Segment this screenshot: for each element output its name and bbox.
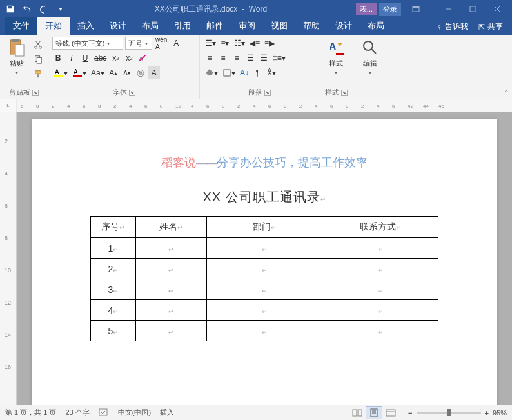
undo-icon[interactable] <box>22 4 32 14</box>
table-cell[interactable]: ↩ <box>322 238 438 259</box>
redo-icon[interactable] <box>39 4 49 14</box>
table-header-cell[interactable]: 联系方式↩ <box>322 217 438 238</box>
page[interactable]: 稻客说——分享办公技巧，提高工作效率 XX 公司职工通讯录↩ 序号↩姓名↩部门↩… <box>32 119 497 405</box>
decrease-indent-icon[interactable]: ◀≡ <box>248 37 261 50</box>
char-shading-icon[interactable]: A <box>148 66 160 79</box>
ribbon-options-icon[interactable] <box>404 1 428 17</box>
align-center-icon[interactable]: ≡ <box>217 52 229 65</box>
ruler-vertical[interactable]: 246810121416 <box>0 112 17 405</box>
clear-format-icon[interactable]: A <box>137 52 148 65</box>
superscript-icon[interactable]: x2 <box>123 52 135 65</box>
align-right-icon[interactable]: ≡ <box>231 52 242 65</box>
table-row[interactable]: 3↩↩↩↩ <box>91 279 438 300</box>
table-cell[interactable]: ↩ <box>206 238 322 259</box>
table-row[interactable]: 2↩↩↩↩ <box>91 259 438 279</box>
table-cell[interactable]: ↩ <box>322 279 438 300</box>
minimize-icon[interactable] <box>436 1 460 17</box>
bullets-icon[interactable]: ☰▾ <box>204 37 217 50</box>
table-cell[interactable]: ↩ <box>135 300 206 321</box>
tab-table-design[interactable]: 设计 <box>328 17 360 35</box>
tell-me[interactable]: ♀ 告诉我 <box>433 19 472 35</box>
tab-home[interactable]: 开始 <box>37 17 70 35</box>
styles-dialog-icon[interactable]: ⬊ <box>341 90 348 96</box>
font-color-icon[interactable]: A▾ <box>71 66 88 79</box>
line-spacing-icon[interactable]: ‡≡▾ <box>271 52 287 65</box>
table-cell[interactable]: ↩ <box>206 321 322 341</box>
multilevel-list-icon[interactable]: ☷▾ <box>233 37 246 50</box>
table-cell[interactable]: ↩ <box>322 321 438 341</box>
save-icon[interactable] <box>5 4 15 14</box>
zoom-in-icon[interactable]: + <box>485 409 489 417</box>
table-cell[interactable]: ↩ <box>135 238 206 259</box>
strikethrough-icon[interactable]: abc <box>93 52 108 65</box>
table-cell[interactable]: ↩ <box>322 259 438 279</box>
spellcheck-icon[interactable] <box>99 408 109 418</box>
table-cell[interactable]: 4↩ <box>91 300 136 321</box>
copy-icon[interactable] <box>32 53 44 66</box>
maximize-icon[interactable] <box>460 1 485 17</box>
align-left-icon[interactable]: ≡ <box>204 52 215 65</box>
table-cell[interactable]: ↩ <box>135 279 206 300</box>
table-cell[interactable]: 5↩ <box>91 321 136 341</box>
table-cell[interactable]: ↩ <box>206 259 322 279</box>
table-cell[interactable]: ↩ <box>135 321 206 341</box>
tab-layout[interactable]: 布局 <box>134 17 166 35</box>
styles-button[interactable]: A 样式 ▾ <box>323 37 349 77</box>
editing-button[interactable]: 编辑 ▾ <box>357 37 383 77</box>
tab-review[interactable]: 审阅 <box>231 17 263 35</box>
table-row[interactable]: 1↩↩↩↩ <box>91 238 438 259</box>
paste-button[interactable]: 粘贴 ▾ <box>4 37 30 77</box>
change-case-icon[interactable]: Aa▾ <box>90 66 106 79</box>
table-header-cell[interactable]: 序号↩ <box>91 217 136 238</box>
table-tools-tab[interactable]: 表... <box>356 3 377 15</box>
close-icon[interactable] <box>485 1 509 17</box>
ruler-tab-selector[interactable]: L <box>0 99 17 112</box>
status-page[interactable]: 第 1 页，共 1 页 <box>5 408 56 417</box>
status-mode[interactable]: 插入 <box>160 408 174 417</box>
table-cell[interactable]: ↩ <box>322 300 438 321</box>
tab-table-layout[interactable]: 布局 <box>360 17 392 35</box>
sort-icon[interactable]: A↓ <box>239 66 250 79</box>
status-language[interactable]: 中文(中国) <box>118 408 151 417</box>
share-button[interactable]: ⇱ 共享 <box>475 19 507 35</box>
table-cell[interactable]: 3↩ <box>91 279 136 300</box>
cut-icon[interactable] <box>32 38 44 51</box>
borders-icon[interactable]: ▾ <box>221 66 237 79</box>
ruler-horizontal[interactable]: L 68246824681246824682468246424446 <box>0 99 512 112</box>
numbering-icon[interactable]: ≡▾ <box>219 37 231 50</box>
table-cell[interactable]: 1↩ <box>91 238 136 259</box>
table-header-cell[interactable]: 姓名↩ <box>135 217 206 238</box>
table-cell[interactable]: ↩ <box>135 259 206 279</box>
clipboard-dialog-icon[interactable]: ⬊ <box>32 90 39 96</box>
login-button[interactable]: 登录 <box>379 3 401 16</box>
view-read-icon[interactable] <box>349 406 366 419</box>
char-border-icon[interactable]: A <box>170 37 182 50</box>
tab-design[interactable]: 设计 <box>102 17 134 35</box>
tab-view[interactable]: 视图 <box>263 17 295 35</box>
shrink-font-icon[interactable]: A▾ <box>121 66 133 79</box>
italic-button[interactable]: I <box>66 52 77 65</box>
table-row[interactable]: 5↩↩↩↩ <box>91 321 438 341</box>
highlight-icon[interactable]: A▾ <box>52 66 69 79</box>
tab-help[interactable]: 帮助 <box>295 17 328 35</box>
format-painter-icon[interactable] <box>32 68 44 81</box>
subscript-icon[interactable]: x2 <box>110 52 121 65</box>
contacts-table[interactable]: 序号↩姓名↩部门↩联系方式↩ 1↩↩↩↩2↩↩↩↩3↩↩↩↩4↩↩↩↩5↩↩↩↩ <box>90 216 438 341</box>
tab-file[interactable]: 文件 <box>5 17 37 35</box>
underline-button[interactable]: U <box>79 52 91 65</box>
font-dialog-icon[interactable]: ⬊ <box>129 90 135 96</box>
status-words[interactable]: 23 个字 <box>65 408 89 417</box>
text-direction-icon[interactable]: X̂▾ <box>266 66 277 79</box>
table-cell[interactable]: 2↩ <box>91 259 136 279</box>
tab-mailings[interactable]: 邮件 <box>199 17 231 35</box>
enclose-char-icon[interactable]: ㊬ <box>135 66 146 79</box>
view-print-icon[interactable] <box>366 406 382 419</box>
qat-dropdown-icon[interactable]: ▾ <box>55 4 66 14</box>
table-cell[interactable]: ↩ <box>206 279 322 300</box>
phonetic-guide-icon[interactable]: wénA <box>154 37 168 50</box>
font-family-combo[interactable]: 等线 (中文正文)▾ <box>52 37 123 50</box>
collapse-ribbon-icon[interactable]: ⌃ <box>504 89 509 96</box>
table-header-cell[interactable]: 部门↩ <box>206 217 322 238</box>
align-distribute-icon[interactable]: ☰ <box>258 52 270 65</box>
bold-button[interactable]: B <box>52 52 64 65</box>
